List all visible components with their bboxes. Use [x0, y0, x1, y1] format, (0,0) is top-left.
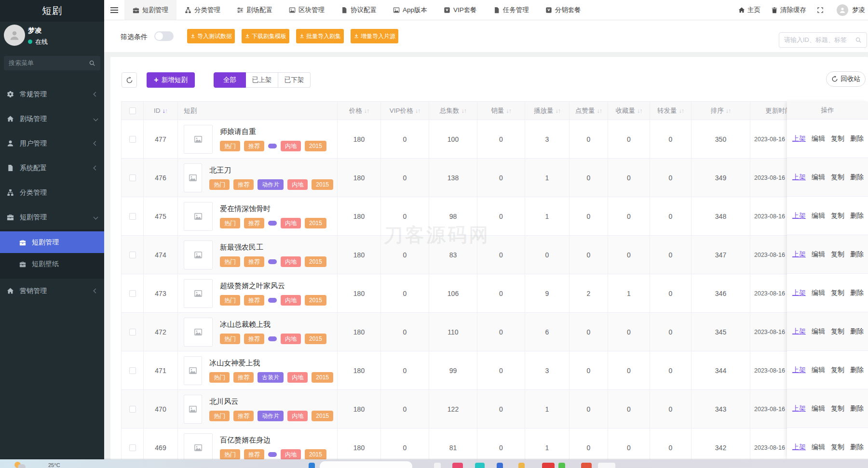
taskbar-app-icon[interactable]	[475, 463, 485, 468]
taskbar-search[interactable]	[320, 461, 412, 468]
sort-icon[interactable]: ↓↑	[364, 107, 369, 114]
topbar-action-1[interactable]: 清除缓存	[771, 6, 806, 14]
op-publish-link[interactable]: 上架	[792, 212, 806, 220]
op-edit-link[interactable]: 编辑	[812, 289, 825, 297]
sidebar-subitem-1[interactable]: 短剧壁纸	[0, 253, 104, 275]
top-tab-2[interactable]: 剧场配置	[229, 0, 281, 20]
op-publish-link[interactable]: 上架	[792, 289, 806, 297]
weather-icon[interactable]	[14, 462, 27, 468]
row-checkbox[interactable]	[129, 174, 136, 181]
select-all-checkbox[interactable]	[129, 107, 136, 114]
op-edit-link[interactable]: 编辑	[812, 366, 825, 374]
op-edit-link[interactable]: 编辑	[812, 134, 825, 143]
add-drama-button[interactable]: +新增短剧	[147, 72, 195, 88]
op-publish-link[interactable]: 上架	[792, 250, 806, 259]
sidebar-item-2[interactable]: 用户管理	[0, 131, 104, 156]
top-tab-3[interactable]: 区块管理	[281, 0, 333, 20]
top-tab-6[interactable]: VIP套餐	[435, 0, 485, 20]
op-copy-link[interactable]: 复制	[831, 173, 844, 182]
op-edit-link[interactable]: 编辑	[812, 250, 825, 259]
sidebar-item-4[interactable]: 分类管理	[0, 180, 104, 205]
sidebar-item-6[interactable]: 营销管理	[0, 279, 104, 303]
sort-icon[interactable]: ↓↑	[637, 107, 642, 114]
row-checkbox[interactable]	[129, 252, 136, 258]
taskbar-app-icon[interactable]	[542, 463, 555, 468]
status-tab-0[interactable]: 全部	[214, 72, 246, 88]
op-edit-link[interactable]: 编辑	[812, 173, 825, 182]
sidebar-search-input[interactable]: 搜索菜单	[4, 56, 100, 70]
row-checkbox[interactable]	[129, 406, 136, 413]
fullscreen-button[interactable]	[817, 7, 826, 13]
op-publish-link[interactable]: 上架	[792, 327, 806, 336]
op-copy-link[interactable]: 复制	[831, 327, 844, 336]
op-publish-link[interactable]: 上架	[792, 173, 806, 182]
op-copy-link[interactable]: 复制	[831, 250, 844, 259]
topbar-avatar[interactable]	[837, 4, 848, 16]
top-tab-5[interactable]: App版本	[385, 0, 435, 20]
top-tab-8[interactable]: 分销套餐	[537, 0, 589, 20]
taskbar-app-icon[interactable]	[558, 463, 565, 468]
sort-icon[interactable]: ↓↑	[506, 107, 511, 114]
sort-icon[interactable]: ↓↑	[556, 107, 561, 114]
recycle-bin-button[interactable]: 回收站	[826, 71, 866, 87]
refresh-button[interactable]	[122, 72, 137, 88]
taskbar-app-icon[interactable]	[518, 463, 525, 468]
row-checkbox[interactable]	[129, 213, 136, 220]
op-edit-link[interactable]: 编辑	[812, 212, 825, 220]
op-delete-link[interactable]: 删除	[850, 250, 864, 259]
sort-icon[interactable]: ↓↑	[163, 107, 168, 114]
op-delete-link[interactable]: 删除	[850, 134, 864, 143]
op-publish-link[interactable]: 上架	[792, 134, 806, 143]
taskbar-app-icon[interactable]	[452, 463, 463, 468]
sidebar-item-0[interactable]: 常规管理	[0, 82, 104, 107]
op-copy-link[interactable]: 复制	[831, 289, 844, 297]
op-delete-link[interactable]: 删除	[850, 173, 864, 182]
op-edit-link[interactable]: 编辑	[812, 327, 825, 336]
op-copy-link[interactable]: 复制	[831, 134, 844, 143]
op-delete-link[interactable]: 删除	[850, 404, 864, 413]
op-delete-link[interactable]: 删除	[850, 366, 864, 374]
taskbar-app-icon[interactable]	[581, 463, 592, 468]
sidebar-subitem-0[interactable]: 短剧管理	[0, 231, 104, 253]
op-copy-link[interactable]: 复制	[831, 404, 844, 413]
import-button-3[interactable]: 增量导入片源	[351, 29, 398, 43]
status-tab-2[interactable]: 已下架	[278, 72, 311, 88]
op-publish-link[interactable]: 上架	[792, 443, 806, 452]
import-button-1[interactable]: 下载剧集模板	[242, 29, 289, 43]
row-checkbox[interactable]	[129, 444, 136, 451]
op-publish-link[interactable]: 上架	[792, 366, 806, 374]
op-edit-link[interactable]: 编辑	[812, 443, 825, 452]
sort-icon[interactable]: ↓↑	[679, 107, 684, 114]
op-delete-link[interactable]: 删除	[850, 289, 864, 297]
sidebar-item-5[interactable]: 短剧管理	[0, 205, 104, 229]
op-copy-link[interactable]: 复制	[831, 366, 844, 374]
op-delete-link[interactable]: 删除	[850, 212, 864, 220]
taskbar-app-icon[interactable]	[434, 463, 441, 468]
row-checkbox[interactable]	[129, 290, 136, 297]
top-tab-1[interactable]: 分类管理	[176, 0, 229, 20]
top-tab-0[interactable]: 短剧管理	[124, 0, 176, 20]
sort-icon[interactable]: ↓↑	[597, 107, 602, 114]
topbar-action-0[interactable]: 主页	[738, 6, 760, 14]
taskbar-app-icon[interactable]	[309, 463, 315, 468]
sort-icon[interactable]: ↓↑	[415, 107, 420, 114]
op-publish-link[interactable]: 上架	[792, 404, 806, 413]
import-button-0[interactable]: 导入测试数据	[187, 29, 235, 43]
search-input[interactable]: 请输入ID、标题、标签	[779, 32, 867, 48]
sort-icon[interactable]: ↓↑	[461, 107, 467, 114]
taskbar-app-icon[interactable]	[598, 463, 615, 468]
sidebar-item-3[interactable]: 系统配置	[0, 156, 104, 180]
menu-toggle-icon[interactable]	[104, 0, 124, 20]
top-tab-4[interactable]: 协议配置	[333, 0, 385, 20]
taskbar-app-icon[interactable]	[497, 463, 503, 468]
status-tab-1[interactable]: 已上架	[246, 72, 278, 88]
top-tab-7[interactable]: 任务管理	[485, 0, 537, 20]
sort-icon[interactable]: ↓↑	[726, 107, 731, 114]
op-delete-link[interactable]: 删除	[850, 443, 864, 452]
import-button-2[interactable]: 批量导入剧集	[296, 29, 344, 43]
op-copy-link[interactable]: 复制	[831, 443, 844, 452]
op-edit-link[interactable]: 编辑	[812, 404, 825, 413]
op-copy-link[interactable]: 复制	[831, 212, 844, 220]
filter-toggle[interactable]	[154, 31, 174, 41]
row-checkbox[interactable]	[129, 329, 136, 335]
